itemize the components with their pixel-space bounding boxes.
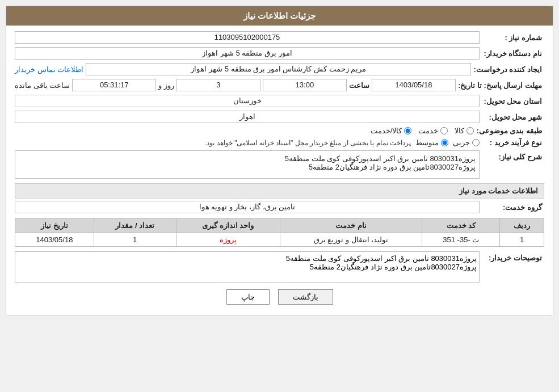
tarikh-value: 1403/05/18: [372, 79, 456, 91]
button-row: بازگشت چاپ: [15, 289, 544, 305]
sharh-kolli-line2: پروژه8030027تامین برق دوره نژاد فرهنگیان…: [19, 163, 476, 171]
page-header: جزئیات اطلاعات نیاز: [6, 6, 553, 26]
nam-dastgah-label: نام دستگاه خریدار:: [482, 49, 544, 58]
purchase-note: پرداخت تمام یا بخشی از مبلغ خریدار مجل "…: [205, 139, 411, 147]
radio-jozii-input[interactable]: [472, 139, 480, 146]
ijad-konande-label: ایجاد کننده درخواست:: [473, 65, 544, 74]
cell-radif: 1: [500, 233, 544, 247]
baghi-mande-value: 05:31:17: [72, 79, 156, 91]
tosih-label: توصیحات خریدار:: [482, 251, 544, 262]
ostan-row: استان محل تحویل: خوزستان: [15, 95, 544, 107]
shahr-value: اهواز: [15, 111, 480, 123]
back-button[interactable]: بازگشت: [278, 289, 333, 305]
ostan-label: استان محل تحویل:: [482, 97, 544, 106]
content-area: شماره نیاز : 1103095102000175 نام دستگاه…: [6, 26, 553, 315]
col-tedaad: تعداد / مقدار: [94, 218, 176, 233]
radio-mottaset-item: متوسط: [415, 138, 448, 147]
mohlat-row: مهلت ارسال پاسخ: تا تاریخ: 1403/05/18 سا…: [15, 79, 544, 91]
tabaqe-row: طبقه بندی موضوعی: کالا خدمت کالا/خدمت: [15, 127, 544, 135]
groupe-khedmat-row: گروه خدمت: تامین برق، گاز، بخار و تهویه …: [15, 201, 544, 213]
table-row: 1 ت -35- 351 تولید، انتقال و توزیع برق پ…: [15, 233, 544, 247]
rooz-text: روز و: [158, 81, 174, 90]
groupe-khedmat-value: تامین برق، گاز، بخار و تهویه هوا: [15, 201, 480, 213]
radio-kala-khedmat-label: کالا/خدمت: [371, 127, 402, 135]
tabaqe-radio-group: کالا خدمت کالا/خدمت: [371, 127, 474, 135]
radio-khedmat-input[interactable]: [440, 127, 448, 134]
tabaqe-label: طبقه بندی موضوعی:: [476, 127, 544, 135]
col-nam-khedmat: نام خدمت: [280, 218, 422, 233]
radio-khedmat-item: خدمت: [418, 127, 448, 135]
baghi-mande-text: ساعت باقی مانده: [15, 81, 70, 90]
radio-khedmat-label: خدمت: [418, 127, 438, 135]
tosih-area: توصیحات خریدار:: [15, 251, 544, 283]
ettelaat-tamas-link[interactable]: اطلاعات تماس خریدار: [15, 65, 83, 74]
sharh-kolli-row: شرح کلی نیاز: پروژه8030031 تامین برق اکب…: [15, 150, 544, 179]
radio-mottaset-input[interactable]: [441, 139, 448, 146]
radio-kala-khedmat-input[interactable]: [404, 127, 411, 134]
groupe-khedmat-label: گروه خدمت:: [482, 203, 544, 212]
cell-nam-khedmat: تولید، انتقال و توزیع برق: [280, 233, 422, 247]
shahr-row: شهر محل تحویل: اهواز: [15, 111, 544, 123]
shomare-niaz-value: 1103095102000175: [15, 31, 480, 44]
saat-label: ساعت: [349, 81, 369, 90]
col-tarikh-niaz: تاریخ نیاز: [15, 218, 94, 233]
radio-kala-khedmat-item: کالا/خدمت: [371, 127, 412, 135]
cell-vahed[interactable]: پروژه: [176, 233, 280, 247]
services-table: ردیف کد خدمت نام خدمت واحد اندازه گیری ت…: [15, 218, 544, 247]
shomare-niaz-label: شماره نیاز :: [482, 33, 544, 42]
header-title: جزئیات اطلاعات نیاز: [243, 11, 316, 20]
nam-dastgah-value: امور برق منطقه 5 شهر اهواز: [15, 47, 480, 60]
col-vahed: واحد اندازه گیری: [176, 218, 280, 233]
radio-kala-item: کالا: [455, 127, 474, 135]
main-container: جزئیات اطلاعات نیاز شماره نیاز : 1103095…: [6, 6, 553, 315]
radio-mottaset-label: متوسط: [415, 138, 439, 147]
ijad-konande-value: مریم زحمت کش کارشناس امور برق منطقه 5 شه…: [86, 63, 471, 75]
col-radif: ردیف: [500, 218, 544, 233]
cell-tedaad: 1: [94, 233, 176, 247]
rooz-value: 3: [176, 79, 260, 91]
tosih-textarea[interactable]: [15, 251, 480, 283]
mohlat-label: مهلت ارسال پاسخ: تا تاریخ:: [458, 81, 544, 90]
radio-kala-label: کالا: [455, 127, 464, 135]
cell-tarikh: 1403/05/18: [15, 233, 94, 247]
radio-jozii-label: جزیی: [453, 138, 470, 147]
saat-value: 13:00: [263, 79, 347, 91]
purchase-type-group: جزیی متوسط پرداخت تمام یا بخشی از مبلغ خ…: [205, 138, 480, 147]
page-wrapper: جزئیات اطلاعات نیاز شماره نیاز : 1103095…: [0, 0, 559, 392]
nove-farayand-row: نوع فرآیند خرید : جزیی متوسط پرداخت تمام…: [15, 138, 544, 147]
nove-farayand-label: نوع فرآیند خرید :: [482, 138, 544, 147]
sharh-kolli-line1: پروژه8030031 تامین برق اکبر اسدپورکوفی ک…: [19, 154, 476, 163]
col-kod-khedmat: کد خدمت: [422, 218, 500, 233]
ostan-value: خوزستان: [15, 95, 480, 107]
print-button[interactable]: چاپ: [226, 289, 270, 305]
cell-kod-khedmat: ت -35- 351: [422, 233, 500, 247]
shomare-niaz-row: شماره نیاز : 1103095102000175: [15, 31, 544, 44]
sharh-kolli-box: پروژه8030031 تامین برق اکبر اسدپورکوفی ک…: [15, 150, 480, 179]
shahr-label: شهر محل تحویل:: [482, 113, 544, 121]
nam-dastgah-row: نام دستگاه خریدار: امور برق منطقه 5 شهر …: [15, 47, 544, 60]
table-header-row: ردیف کد خدمت نام خدمت واحد اندازه گیری ت…: [15, 218, 544, 233]
ijad-konande-row: ایجاد کننده درخواست: مریم زحمت کش کارشنا…: [15, 63, 544, 75]
radio-jozii-item: جزیی: [453, 138, 480, 147]
radio-kala-input[interactable]: [466, 127, 474, 134]
sharh-kolli-label: شرح کلی نیاز:: [482, 150, 544, 161]
khedamat-section-header: اطلاعات خدمات مورد نیاز: [15, 183, 544, 199]
